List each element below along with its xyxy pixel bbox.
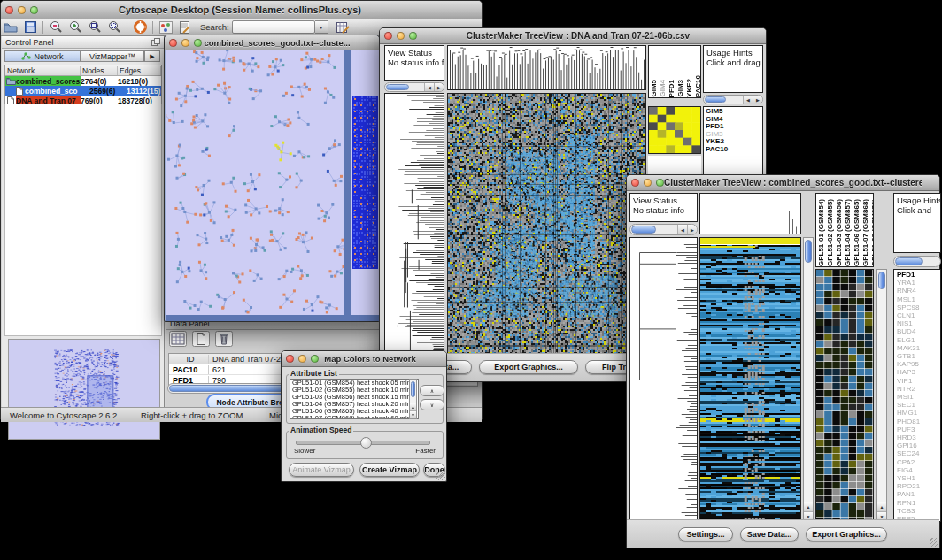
gene-list-item[interactable]: SPC98 — [897, 303, 940, 311]
zoom-out-button[interactable] — [46, 19, 66, 35]
gene-column-label[interactable]: GIM3 — [676, 80, 684, 97]
gene-list-item[interactable]: FIG4 — [897, 466, 940, 474]
tv1-zoom-heatmap[interactable] — [648, 106, 701, 154]
close-button[interactable] — [631, 179, 639, 187]
gene-column-label[interactable]: PAC10 — [694, 75, 701, 97]
gene-list-item[interactable]: MAK31 — [897, 344, 940, 352]
gene-list-item[interactable]: TCB3 — [897, 507, 940, 515]
tv1-heatmap[interactable] — [447, 93, 646, 355]
scroll-right-button[interactable]: ▶ — [434, 83, 444, 91]
animation-speed-slider[interactable] — [296, 441, 430, 445]
dialog-title-bar[interactable]: Map Colors to Network — [282, 351, 446, 367]
network-row[interactable]: combined_sco 2569(6) 13112(15) — [5, 86, 161, 96]
gene-list-item[interactable]: KAP95 — [897, 360, 940, 368]
gene-list-item[interactable]: HMG1 — [897, 409, 940, 417]
scroll-down-button[interactable]: ▼ — [410, 410, 416, 418]
close-button[interactable] — [169, 39, 177, 47]
minimize-button[interactable] — [18, 6, 26, 14]
zoom-selected-button[interactable] — [104, 19, 124, 35]
attribute-list-item[interactable]: GPL51-07 (GSM868) heat shock 60 min — [290, 415, 418, 419]
network-view-title-bar[interactable]: combined_scores_good.txt--cluste... — [165, 35, 379, 50]
zoom-button[interactable] — [194, 39, 202, 47]
scroll-right-button[interactable]: ▶ — [753, 96, 762, 104]
treeview1-title-bar[interactable]: ClusterMaker TreeView : DNA and Tran 07-… — [380, 28, 766, 44]
export-graphics-button[interactable]: Export Graphics... — [479, 360, 578, 374]
gene-list-item[interactable]: HRD3 — [897, 433, 940, 441]
scroll-left-button[interactable]: ◀ — [677, 225, 687, 234]
new-attribute-icon[interactable] — [192, 331, 210, 347]
close-button[interactable] — [5, 6, 13, 14]
gene-list-item[interactable]: NTR2 — [897, 385, 940, 393]
help-button[interactable] — [130, 19, 150, 35]
resize-grip[interactable] — [436, 472, 445, 480]
array-column-label[interactable]: GPL51-01 (GSM854) — [817, 199, 825, 266]
tv1-status-hscrollbar[interactable]: ◀ ▶ — [384, 82, 444, 92]
close-button[interactable] — [286, 355, 294, 363]
network-overview-thumbnail[interactable] — [8, 339, 160, 440]
zoom-button[interactable] — [311, 355, 319, 363]
main-title-bar[interactable]: Cytoscape Desktop (Session Name: collins… — [1, 1, 482, 19]
save-data-button[interactable]: Save Data... — [740, 527, 799, 541]
create-vizmap-button[interactable]: Create Vizmap — [359, 463, 420, 477]
gene-list-item[interactable]: CLN1 — [897, 311, 940, 319]
minimize-button[interactable] — [298, 355, 306, 363]
tv2-column-dendrogram[interactable] — [699, 193, 801, 234]
export-graphics-button[interactable]: Export Graphics... — [806, 527, 887, 541]
gene-list-item[interactable]: YRA1 — [897, 279, 940, 287]
gene-column-label[interactable]: GIM5 — [650, 80, 658, 97]
gene-list-item[interactable]: RPN1 — [897, 499, 940, 507]
scroll-up-button[interactable]: ▲ — [410, 403, 416, 410]
zoom-button[interactable] — [30, 6, 38, 14]
vizmapper-button[interactable] — [156, 19, 175, 35]
gene-row-label[interactable]: PAC10 — [706, 146, 762, 154]
gene-list-item[interactable]: MSL1 — [897, 295, 940, 303]
tv2-heatmap[interactable] — [699, 237, 801, 522]
network-canvas[interactable] — [166, 50, 344, 315]
gene-list-item[interactable]: GPI16 — [897, 441, 940, 449]
gene-list-item[interactable]: CPA2 — [897, 458, 940, 466]
annotation-button[interactable] — [175, 19, 195, 35]
gene-list-item[interactable]: ELG1 — [897, 336, 940, 344]
zoom-fit-button[interactable] — [85, 19, 104, 35]
save-session-button[interactable] — [20, 19, 40, 35]
tv1-hints-hscrollbar[interactable]: ◀ ▶ — [703, 95, 763, 104]
array-column-label[interactable]: GPL51-03 (GSM856) — [835, 199, 843, 266]
gene-list-item[interactable]: PUF3 — [897, 426, 940, 433]
gene-list-item[interactable]: SEC1 — [897, 401, 940, 409]
delete-attribute-icon[interactable] — [215, 331, 233, 347]
tv2-zoom-heatmap[interactable] — [815, 269, 874, 522]
gene-column-label[interactable]: GIM4 — [659, 80, 667, 97]
settings-button[interactable]: Settings... — [678, 527, 733, 541]
gene-list-item[interactable]: HAP3 — [897, 368, 940, 376]
gene-list-item[interactable]: PFD1 — [897, 271, 940, 279]
move-up-button[interactable]: ∧ — [420, 385, 444, 396]
array-column-label[interactable]: GPL51-04 (GSM857) — [844, 199, 852, 266]
open-session-button[interactable] — [1, 19, 20, 35]
tv2-zoom-vscrollbar[interactable]: ▲▼ — [876, 269, 887, 522]
tab-network[interactable]: Network — [4, 50, 81, 62]
scroll-left-button[interactable]: ◀ — [743, 96, 753, 104]
treeview2-title-bar[interactable]: ClusterMaker TreeView : combined_scores_… — [627, 175, 939, 191]
resize-grip[interactable] — [930, 538, 938, 547]
zoom-in-button[interactable] — [66, 19, 85, 35]
tab-vizmapper[interactable]: VizMapper™ — [81, 50, 144, 62]
gene-list-item[interactable]: PHO81 — [897, 418, 940, 426]
gene-list-item[interactable]: NIS1 — [897, 319, 940, 327]
gene-list-item[interactable]: SEC24 — [897, 449, 940, 457]
scroll-left-button[interactable]: ◀ — [424, 83, 434, 91]
scroll-up-button[interactable]: ▲ — [804, 502, 813, 511]
move-down-button[interactable]: ∨ — [420, 399, 444, 410]
gene-list-item[interactable]: PAN1 — [897, 490, 940, 498]
array-column-label[interactable]: GPL51-08 (GSM872) — [870, 199, 874, 266]
select-attributes-icon[interactable] — [169, 331, 187, 347]
array-column-label[interactable]: GPL51-06 (GSM865) — [853, 199, 861, 266]
gene-column-label[interactable]: YKE2 — [685, 79, 693, 97]
network-table-header[interactable]: Network Nodes Edges — [5, 65, 161, 76]
gene-list-item[interactable]: BUD4 — [897, 327, 940, 335]
network-row[interactable]: combined_scores 2764(0) 16218(0) — [5, 76, 161, 86]
animate-vizmap-button[interactable]: Animate Vizmap — [289, 463, 354, 477]
tv1-row-dendrogram[interactable] — [384, 93, 444, 355]
tv2-row-dendrogram[interactable] — [629, 237, 698, 522]
zoom-button[interactable] — [656, 179, 664, 187]
gene-list-item[interactable]: RPO21 — [897, 482, 940, 490]
